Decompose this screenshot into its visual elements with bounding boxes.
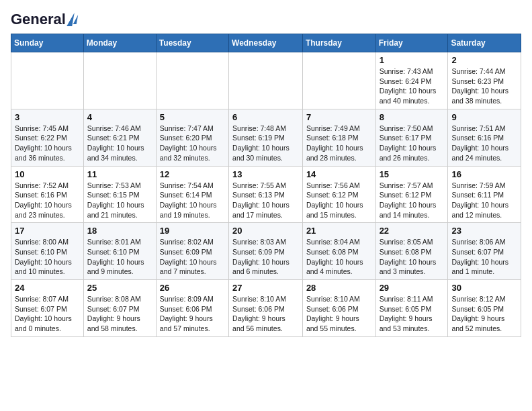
day-cell: 5Sunrise: 7:47 AMSunset: 6:20 PMDaylight… bbox=[156, 109, 228, 166]
day-info: Sunrise: 8:10 AMSunset: 6:06 PMDaylight:… bbox=[232, 294, 299, 334]
day-info: Sunrise: 8:02 AMSunset: 6:09 PMDaylight:… bbox=[160, 237, 225, 277]
day-cell: 28Sunrise: 8:10 AMSunset: 6:06 PMDayligh… bbox=[302, 280, 375, 337]
day-info: Sunrise: 7:48 AMSunset: 6:19 PMDaylight:… bbox=[232, 124, 299, 163]
day-cell: 29Sunrise: 8:11 AMSunset: 6:05 PMDayligh… bbox=[375, 280, 448, 337]
day-number: 21 bbox=[306, 226, 372, 236]
day-info: Sunrise: 8:04 AMSunset: 6:08 PMDaylight:… bbox=[306, 237, 372, 277]
week-row-4: 17Sunrise: 8:00 AMSunset: 6:10 PMDayligh… bbox=[11, 223, 521, 280]
header-cell-wednesday: Wednesday bbox=[229, 34, 303, 52]
day-cell bbox=[83, 52, 156, 109]
day-number: 27 bbox=[232, 283, 299, 293]
day-cell: 25Sunrise: 8:08 AMSunset: 6:07 PMDayligh… bbox=[83, 280, 156, 337]
day-number: 16 bbox=[451, 169, 517, 179]
calendar-body: 1Sunrise: 7:43 AMSunset: 6:24 PMDaylight… bbox=[11, 52, 521, 337]
day-cell bbox=[156, 52, 228, 109]
day-cell: 19Sunrise: 8:02 AMSunset: 6:09 PMDayligh… bbox=[156, 223, 228, 280]
day-info: Sunrise: 7:55 AMSunset: 6:13 PMDaylight:… bbox=[232, 181, 299, 220]
day-info: Sunrise: 8:09 AMSunset: 6:06 PMDaylight:… bbox=[160, 294, 225, 334]
day-info: Sunrise: 8:05 AMSunset: 6:08 PMDaylight:… bbox=[380, 237, 445, 277]
day-info: Sunrise: 7:47 AMSunset: 6:20 PMDaylight:… bbox=[160, 124, 225, 163]
day-info: Sunrise: 8:01 AMSunset: 6:10 PMDaylight:… bbox=[87, 237, 152, 277]
day-cell: 14Sunrise: 7:56 AMSunset: 6:12 PMDayligh… bbox=[302, 166, 375, 223]
day-number: 3 bbox=[15, 112, 80, 122]
day-number: 14 bbox=[306, 169, 372, 179]
day-number: 4 bbox=[87, 112, 152, 122]
day-cell: 4Sunrise: 7:46 AMSunset: 6:21 PMDaylight… bbox=[83, 109, 156, 166]
calendar-header: SundayMondayTuesdayWednesdayThursdayFrid… bbox=[11, 34, 521, 52]
day-number: 7 bbox=[306, 112, 372, 122]
day-number: 25 bbox=[87, 283, 152, 293]
day-number: 29 bbox=[380, 283, 445, 293]
day-number: 22 bbox=[380, 226, 445, 236]
day-cell: 3Sunrise: 7:45 AMSunset: 6:22 PMDaylight… bbox=[11, 109, 84, 166]
day-number: 19 bbox=[160, 226, 225, 236]
day-info: Sunrise: 7:53 AMSunset: 6:15 PMDaylight:… bbox=[87, 181, 152, 220]
day-cell: 24Sunrise: 8:07 AMSunset: 6:07 PMDayligh… bbox=[11, 280, 84, 337]
day-cell: 16Sunrise: 7:59 AMSunset: 6:11 PMDayligh… bbox=[448, 166, 521, 223]
day-number: 17 bbox=[15, 226, 80, 236]
day-cell: 26Sunrise: 8:09 AMSunset: 6:06 PMDayligh… bbox=[156, 280, 228, 337]
week-row-3: 10Sunrise: 7:52 AMSunset: 6:16 PMDayligh… bbox=[11, 166, 521, 223]
header-cell-friday: Friday bbox=[375, 34, 448, 52]
header-row: SundayMondayTuesdayWednesdayThursdayFrid… bbox=[11, 34, 521, 52]
day-info: Sunrise: 8:06 AMSunset: 6:07 PMDaylight:… bbox=[451, 237, 517, 277]
day-info: Sunrise: 7:59 AMSunset: 6:11 PMDaylight:… bbox=[451, 181, 517, 220]
day-cell: 12Sunrise: 7:54 AMSunset: 6:14 PMDayligh… bbox=[156, 166, 228, 223]
day-cell: 10Sunrise: 7:52 AMSunset: 6:16 PMDayligh… bbox=[11, 166, 84, 223]
day-cell: 30Sunrise: 8:12 AMSunset: 6:05 PMDayligh… bbox=[448, 280, 521, 337]
day-cell bbox=[302, 52, 375, 109]
day-cell: 13Sunrise: 7:55 AMSunset: 6:13 PMDayligh… bbox=[229, 166, 303, 223]
header-cell-sunday: Sunday bbox=[11, 34, 84, 52]
day-number: 6 bbox=[232, 112, 299, 122]
day-info: Sunrise: 8:08 AMSunset: 6:07 PMDaylight:… bbox=[87, 294, 152, 334]
day-number: 18 bbox=[87, 226, 152, 236]
day-cell: 7Sunrise: 7:49 AMSunset: 6:18 PMDaylight… bbox=[302, 109, 375, 166]
day-info: Sunrise: 7:44 AMSunset: 6:23 PMDaylight:… bbox=[451, 66, 517, 106]
day-number: 1 bbox=[380, 55, 445, 65]
day-cell: 23Sunrise: 8:06 AMSunset: 6:07 PMDayligh… bbox=[448, 223, 521, 280]
day-number: 9 bbox=[451, 112, 517, 122]
day-info: Sunrise: 8:07 AMSunset: 6:07 PMDaylight:… bbox=[15, 294, 80, 334]
day-info: Sunrise: 7:45 AMSunset: 6:22 PMDaylight:… bbox=[15, 124, 80, 163]
day-number: 2 bbox=[451, 55, 517, 65]
day-cell: 20Sunrise: 8:03 AMSunset: 6:09 PMDayligh… bbox=[229, 223, 303, 280]
day-info: Sunrise: 7:49 AMSunset: 6:18 PMDaylight:… bbox=[306, 124, 372, 163]
day-cell bbox=[229, 52, 303, 109]
day-number: 24 bbox=[15, 283, 80, 293]
day-info: Sunrise: 7:46 AMSunset: 6:21 PMDaylight:… bbox=[87, 124, 152, 163]
day-number: 28 bbox=[306, 283, 372, 293]
logo: General bbox=[11, 11, 77, 26]
day-number: 10 bbox=[15, 169, 80, 179]
day-cell bbox=[11, 52, 84, 109]
page-header: General bbox=[11, 11, 521, 26]
week-row-2: 3Sunrise: 7:45 AMSunset: 6:22 PMDaylight… bbox=[11, 109, 521, 166]
day-cell: 22Sunrise: 8:05 AMSunset: 6:08 PMDayligh… bbox=[375, 223, 448, 280]
week-row-5: 24Sunrise: 8:07 AMSunset: 6:07 PMDayligh… bbox=[11, 280, 521, 337]
day-number: 13 bbox=[232, 169, 299, 179]
day-cell: 2Sunrise: 7:44 AMSunset: 6:23 PMDaylight… bbox=[448, 52, 521, 109]
day-info: Sunrise: 7:57 AMSunset: 6:12 PMDaylight:… bbox=[380, 181, 445, 220]
day-cell: 27Sunrise: 8:10 AMSunset: 6:06 PMDayligh… bbox=[229, 280, 303, 337]
logo-icon2 bbox=[73, 15, 78, 24]
day-cell: 9Sunrise: 7:51 AMSunset: 6:16 PMDaylight… bbox=[448, 109, 521, 166]
day-info: Sunrise: 8:00 AMSunset: 6:10 PMDaylight:… bbox=[15, 237, 80, 277]
day-number: 8 bbox=[380, 112, 445, 122]
day-info: Sunrise: 7:56 AMSunset: 6:12 PMDaylight:… bbox=[306, 181, 372, 220]
day-info: Sunrise: 8:10 AMSunset: 6:06 PMDaylight:… bbox=[306, 294, 372, 334]
day-cell: 15Sunrise: 7:57 AMSunset: 6:12 PMDayligh… bbox=[375, 166, 448, 223]
day-info: Sunrise: 7:52 AMSunset: 6:16 PMDaylight:… bbox=[15, 181, 80, 220]
day-cell: 6Sunrise: 7:48 AMSunset: 6:19 PMDaylight… bbox=[229, 109, 303, 166]
day-info: Sunrise: 7:43 AMSunset: 6:24 PMDaylight:… bbox=[380, 66, 445, 106]
day-number: 11 bbox=[87, 169, 152, 179]
day-number: 30 bbox=[451, 283, 517, 293]
day-cell: 8Sunrise: 7:50 AMSunset: 6:17 PMDaylight… bbox=[375, 109, 448, 166]
day-info: Sunrise: 7:51 AMSunset: 6:16 PMDaylight:… bbox=[451, 124, 517, 163]
day-number: 23 bbox=[451, 226, 517, 236]
week-row-1: 1Sunrise: 7:43 AMSunset: 6:24 PMDaylight… bbox=[11, 52, 521, 109]
day-info: Sunrise: 8:03 AMSunset: 6:09 PMDaylight:… bbox=[232, 237, 299, 277]
day-cell: 17Sunrise: 8:00 AMSunset: 6:10 PMDayligh… bbox=[11, 223, 84, 280]
day-number: 12 bbox=[160, 169, 225, 179]
day-cell: 11Sunrise: 7:53 AMSunset: 6:15 PMDayligh… bbox=[83, 166, 156, 223]
header-cell-thursday: Thursday bbox=[302, 34, 375, 52]
day-info: Sunrise: 7:54 AMSunset: 6:14 PMDaylight:… bbox=[160, 181, 225, 220]
